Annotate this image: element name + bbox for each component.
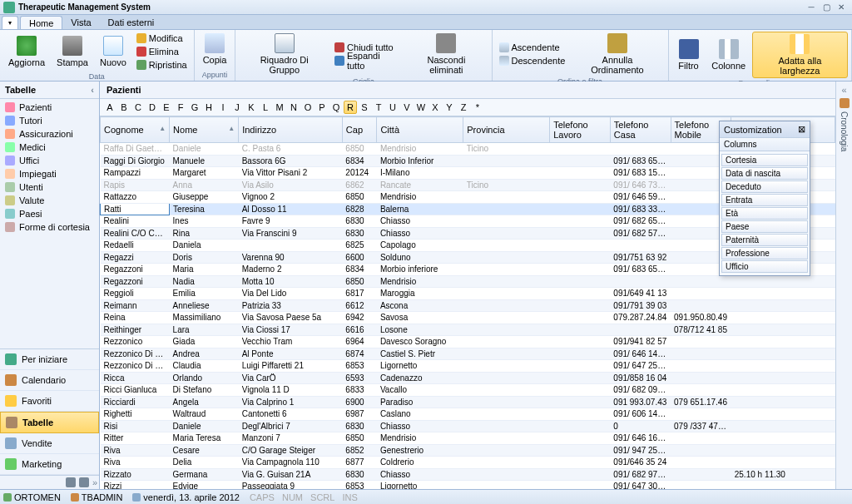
cell[interactable]: [550, 203, 611, 215]
alpha-Q[interactable]: Q: [329, 101, 343, 114]
alpha-C[interactable]: C: [131, 101, 145, 114]
cell[interactable]: Realini C/O Casa Gia: [101, 227, 170, 240]
cell[interactable]: 091/751 63 92: [610, 251, 671, 264]
table-row[interactable]: RighettiWaltraudCantonetti 66987Caslano0…: [101, 408, 835, 421]
sidebar-collapse-icon[interactable]: ‹: [91, 85, 94, 95]
cell[interactable]: 091/ 646 16 79: [610, 432, 671, 445]
cell[interactable]: Daniele: [170, 143, 239, 156]
cell[interactable]: 079 651.17.46: [671, 396, 731, 408]
clear-sort-button[interactable]: Annulla Ordinamento: [570, 32, 664, 77]
cell[interactable]: Daniela: [170, 240, 239, 252]
cell[interactable]: Via Del Lido: [239, 288, 343, 300]
cell[interactable]: 091/858 16 04: [610, 372, 671, 384]
cell[interactable]: Chiasso: [377, 468, 463, 481]
cell[interactable]: [463, 372, 550, 384]
cell[interactable]: 091/ 682 65 27: [610, 215, 671, 228]
cell[interactable]: Ricciardi: [101, 396, 170, 408]
custom-col-deceduto[interactable]: Deceduto: [721, 180, 808, 193]
cell[interactable]: Motta 10: [239, 275, 343, 288]
cell[interactable]: [550, 299, 611, 312]
alpha-G[interactable]: G: [188, 101, 201, 114]
cell[interactable]: Via CarÖ: [239, 372, 343, 384]
cell[interactable]: Mendrisio: [377, 143, 463, 156]
table-row[interactable]: RegazzoniNadiaMotta 106850Mendrisio: [101, 275, 835, 288]
cell[interactable]: [610, 240, 671, 252]
cell[interactable]: Via Vittor Pisani 2: [239, 167, 343, 180]
cell[interactable]: [463, 324, 550, 336]
cell[interactable]: [463, 240, 550, 252]
cell[interactable]: [463, 299, 550, 312]
cell[interactable]: [463, 191, 550, 204]
cell[interactable]: 6850: [342, 191, 377, 204]
custom-col-paese[interactable]: Paese: [721, 220, 808, 233]
cell[interactable]: 6828: [342, 203, 377, 215]
cell[interactable]: [550, 215, 611, 228]
col-telefono-lavoro[interactable]: Telefono Lavoro: [550, 117, 611, 143]
cell[interactable]: [463, 432, 550, 445]
cell[interactable]: Lara: [170, 324, 239, 336]
cell[interactable]: [550, 191, 611, 204]
cell[interactable]: 091/649 41 13: [610, 288, 671, 300]
cell[interactable]: Raffa Di Gaetano: [101, 143, 170, 156]
cell[interactable]: [463, 215, 550, 228]
cell[interactable]: [550, 167, 611, 180]
cell[interactable]: [550, 324, 611, 336]
alpha-Y[interactable]: Y: [443, 101, 456, 114]
cell[interactable]: Nadia: [170, 275, 239, 288]
cell[interactable]: [463, 444, 550, 457]
sidebar-item-utenti[interactable]: Utenti: [0, 180, 99, 194]
cell[interactable]: 6830: [342, 227, 377, 240]
restore-button[interactable]: Ripristina: [133, 58, 191, 72]
print-button[interactable]: Stampa: [52, 32, 93, 72]
cell[interactable]: Morbio Inferior: [377, 155, 463, 167]
cell[interactable]: Via Campagnola 110: [239, 457, 343, 469]
alpha-S[interactable]: S: [358, 101, 371, 114]
cell[interactable]: 078/712 41 85: [671, 324, 731, 336]
cell[interactable]: Caslano: [377, 408, 463, 421]
table-row[interactable]: RicciardiAngelaVia Calprino 16900Paradis…: [101, 396, 835, 408]
table-row[interactable]: ReinaMassimilianoVia Savosa Paese 5a6942…: [101, 312, 835, 324]
alpha-*[interactable]: *: [471, 101, 484, 114]
cell[interactable]: [463, 481, 550, 490]
cell[interactable]: 091/ 682 97 32: [610, 468, 671, 481]
cell[interactable]: Giada: [170, 336, 239, 348]
cell[interactable]: 091.950.80.49: [671, 312, 731, 324]
cell[interactable]: 0: [610, 420, 671, 432]
alpha-J[interactable]: J: [230, 101, 244, 114]
alpha-O[interactable]: O: [301, 101, 315, 114]
cell[interactable]: [731, 457, 835, 469]
cell[interactable]: 6853: [342, 481, 377, 490]
cell[interactable]: Rezzonico: [101, 336, 170, 348]
cell[interactable]: [550, 481, 611, 490]
cell[interactable]: [731, 396, 835, 408]
cell[interactable]: [550, 275, 611, 288]
cell[interactable]: Edvige: [170, 481, 239, 490]
cell[interactable]: Coldrerio: [377, 457, 463, 469]
cell[interactable]: [671, 457, 731, 469]
cell[interactable]: Rancate: [377, 179, 463, 191]
cell[interactable]: Rina: [170, 227, 239, 240]
cell[interactable]: Al Dosso 11: [239, 203, 343, 215]
cell[interactable]: [610, 324, 671, 336]
cell[interactable]: Giuseppe: [170, 191, 239, 204]
cell[interactable]: [671, 432, 731, 445]
cell[interactable]: Ratti: [101, 203, 170, 215]
cell[interactable]: 091/ 682 09 86: [610, 384, 671, 397]
alpha-R[interactable]: R: [344, 101, 357, 114]
cell[interactable]: 6817: [342, 288, 377, 300]
cell[interactable]: [463, 360, 550, 373]
cell[interactable]: [463, 227, 550, 240]
cell[interactable]: 6850: [342, 432, 377, 445]
cell[interactable]: Maroggia: [377, 288, 463, 300]
table-row[interactable]: RiccaOrlandoVia CarÖ6593Cadenazzo091/858…: [101, 372, 835, 384]
cell[interactable]: Cantonetti 6: [239, 408, 343, 421]
cell[interactable]: [731, 481, 835, 490]
cell[interactable]: [463, 203, 550, 215]
cell[interactable]: Varenna 90: [239, 251, 343, 264]
cell[interactable]: 091/ 683 65 37: [610, 155, 671, 167]
cell[interactable]: Rapis: [101, 179, 170, 191]
cell[interactable]: Righetti: [101, 408, 170, 421]
alpha-A[interactable]: A: [103, 101, 116, 114]
cell[interactable]: Davesco Soragno: [377, 336, 463, 348]
col-cap[interactable]: Cap: [342, 117, 377, 143]
